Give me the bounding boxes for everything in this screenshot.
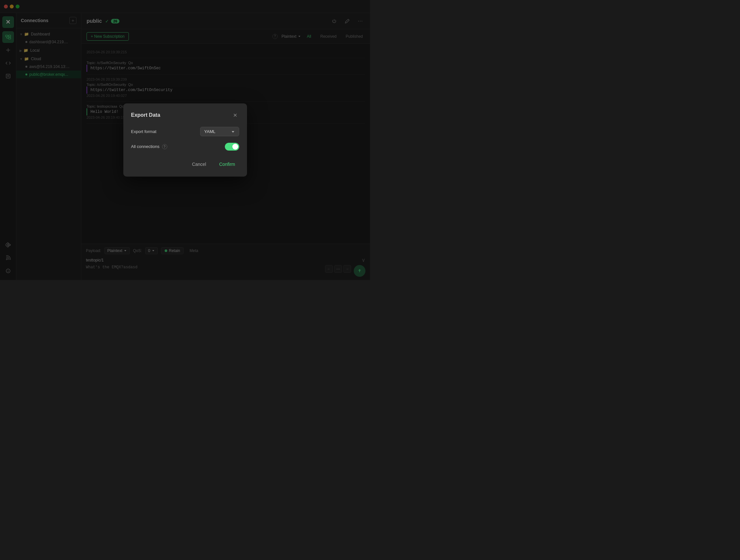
format-field-label: Export format xyxy=(131,129,157,134)
chevron-down-icon xyxy=(231,130,235,133)
export-data-modal: Export Data ✕ Export format YAML All con… xyxy=(123,103,247,177)
modal-footer: Cancel Confirm xyxy=(131,160,239,169)
modal-field-connections: All connections ? xyxy=(131,143,239,150)
format-dropdown[interactable]: YAML xyxy=(200,127,239,136)
modal-field-format: Export format YAML xyxy=(131,127,239,136)
modal-title: Export Data xyxy=(131,112,161,118)
help-circle-icon[interactable]: ? xyxy=(162,144,167,149)
modal-header: Export Data ✕ xyxy=(131,111,239,119)
all-connections-label: All connections ? xyxy=(131,144,167,149)
cancel-button[interactable]: Cancel xyxy=(188,160,210,169)
modal-close-button[interactable]: ✕ xyxy=(232,111,239,119)
confirm-button[interactable]: Confirm xyxy=(215,160,239,169)
format-value: YAML xyxy=(204,129,215,134)
modal-overlay[interactable]: Export Data ✕ Export format YAML All con… xyxy=(0,0,370,280)
toggle-thumb xyxy=(233,144,238,149)
all-connections-toggle[interactable] xyxy=(225,143,239,150)
